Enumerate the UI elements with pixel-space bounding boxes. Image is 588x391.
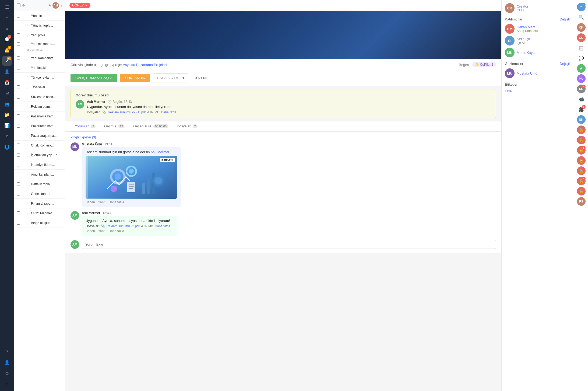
add-icon[interactable]: + <box>2 379 12 389</box>
comment-more-files[interactable]: Daha fazla... <box>155 224 173 228</box>
task-row[interactable]: ⋮⋮ Türkçe reklam... <box>14 73 65 82</box>
task-row[interactable]: ⋮⋮ ikinci kat planı... <box>14 170 65 179</box>
far-right-cg[interactable]: CG <box>576 33 586 43</box>
file-link[interactable]: Reklam sunumu v2 (1).pdf <box>108 110 146 114</box>
task-checkbox[interactable] <box>17 85 20 89</box>
task-row[interactable]: ⋮⋮ Yönetici topla... <box>14 21 65 30</box>
task-checkbox[interactable] <box>17 182 20 186</box>
far-right-video[interactable]: 📹 <box>576 94 586 104</box>
far-right-person3[interactable]: SC 1 <box>576 84 586 94</box>
far-right-lock5[interactable]: 🔒 <box>576 166 586 176</box>
task-row[interactable]: ⋮⋮ Pazarlama kam... <box>14 121 65 131</box>
far-right-lock4[interactable]: 🔒 <box>576 156 586 165</box>
task-row[interactable]: ⋮⋮ Genel kontrol <box>14 189 65 199</box>
drive-icon[interactable]: 📁 <box>2 110 12 120</box>
task-row[interactable]: ⋮⋮ Yeni Kampanya... <box>14 53 65 63</box>
notifications-icon[interactable]: 🔔 3 <box>2 45 12 55</box>
more-button[interactable]: DAHA FAZLA... ▾ <box>153 74 188 82</box>
far-right-person2[interactable]: MÜ <box>576 74 586 83</box>
participants-change-link[interactable]: Değiştir <box>560 18 571 21</box>
edit-button[interactable]: DÜZENLE <box>191 74 213 82</box>
reply-action-2[interactable]: Yanıt <box>98 229 105 233</box>
download-icon[interactable]: ↓ <box>61 4 62 7</box>
settings-icon[interactable]: ⚙ <box>2 368 12 378</box>
task-checkbox[interactable] <box>17 202 20 205</box>
close-task-icon[interactable]: ✕ <box>85 4 88 7</box>
ping-bar[interactable]: Pingleri göster (3) <box>71 135 496 139</box>
reports-icon[interactable]: 📊 <box>2 121 12 130</box>
task-checkbox[interactable] <box>17 24 20 27</box>
task-row[interactable]: ⋮⋮ Yeni proje <box>14 30 65 40</box>
task-row[interactable]: ⋮⋮ Belge oluştur... + <box>14 218 65 228</box>
mail-icon[interactable]: ✉ <box>2 88 12 98</box>
chat-icon[interactable]: 💬 5 <box>2 34 12 44</box>
task-checkbox[interactable] <box>17 163 20 166</box>
task-row[interactable]: ⋮⋮ Yeni mekan bu... tartışmamız... <box>14 40 65 53</box>
crm-icon[interactable]: 👤 <box>2 67 12 76</box>
feed-icon[interactable]: ◈ <box>2 24 12 33</box>
like-action-2[interactable]: Beğen <box>86 229 95 233</box>
copilot-badge[interactable]: ✨ CoPilot 2 <box>472 62 496 67</box>
task-row[interactable]: ⋮⋮ Tavsiyeler <box>14 82 65 92</box>
task-checkbox[interactable] <box>17 33 20 37</box>
task-row[interactable]: ⋮⋮ CRM: Mehmet... <box>14 208 65 218</box>
like-action-1[interactable]: Beğen <box>86 200 95 204</box>
task-checkbox[interactable] <box>17 76 20 79</box>
add-task-icon[interactable]: + <box>60 221 62 225</box>
group-link[interactable]: Asya'da Pazarlama Projeleri <box>123 63 167 67</box>
far-right-search[interactable]: 🔍 <box>576 12 586 22</box>
more-files-link[interactable]: Daha fazla... <box>161 110 179 114</box>
tab-yorumlar[interactable]: Yorumlar 2 <box>71 121 100 131</box>
calendar-icon[interactable]: 📅 <box>2 78 12 87</box>
task-row[interactable]: ⋮⋮ İkramiye ödem... <box>14 160 65 170</box>
far-right-person1[interactable]: CK <box>576 23 586 32</box>
home-icon[interactable]: ⌂ <box>2 13 12 23</box>
task-checkbox[interactable] <box>17 95 20 99</box>
more-action-2[interactable]: Daha fazla <box>109 229 124 233</box>
task-checkbox[interactable] <box>17 14 20 18</box>
far-right-lock1[interactable]: 🔒 <box>576 125 586 135</box>
task-checkbox[interactable] <box>17 192 20 195</box>
start-button[interactable]: ÇALIŞTIRMAYA BAŞLA <box>71 74 117 82</box>
task-checkbox[interactable] <box>17 144 20 147</box>
far-right-chat[interactable]: 💬 <box>576 53 586 63</box>
far-right-form[interactable]: 📋 <box>576 43 586 53</box>
task-checkbox[interactable] <box>17 134 20 137</box>
help-icon[interactable]: ? <box>2 347 12 357</box>
task-row[interactable]: ⋮⋮ Sözleşme hazır... <box>14 92 65 102</box>
globe-icon[interactable]: 🌐 <box>2 142 12 152</box>
tasks-icon[interactable]: ✓ 11 <box>2 56 12 66</box>
task-row[interactable]: ⋮⋮ Pazarlama kam... <box>14 111 65 121</box>
far-right-video2[interactable]: 🎥 1 <box>576 104 586 114</box>
task-checkbox[interactable] <box>17 105 20 108</box>
finish-button[interactable]: SONLANDIR <box>120 74 150 82</box>
user-icon[interactable]: 👤 <box>2 358 12 367</box>
task-checkbox[interactable] <box>17 114 20 118</box>
task-checkbox[interactable] <box>17 211 20 215</box>
task-row[interactable]: ⋮⋮ Haftalık topla... <box>14 179 65 189</box>
participant-hakan-name[interactable]: Hakan Mert <box>517 25 538 29</box>
task-row[interactable]: ⋮⋮ Yönetici <box>14 11 65 21</box>
tab-dosyalar[interactable]: Dosyalar 2 <box>172 121 202 131</box>
creator-name[interactable]: Creator <box>517 4 528 8</box>
comment-file-link[interactable]: Reklam sunumu v2.pdf <box>107 224 140 228</box>
add-tag-link[interactable]: Ekle <box>505 89 512 93</box>
observer-mustafa-name[interactable]: Mustafa Ünlü <box>517 71 537 75</box>
far-right-avatar-1[interactable]: ? 4 <box>576 2 586 12</box>
task-row[interactable]: ⋮⋮ Reklam planı... <box>14 102 65 111</box>
far-right-lock2[interactable]: 🔒 <box>576 135 586 145</box>
task-row[interactable]: ⋮⋮ Pazar araştırma... <box>14 131 65 141</box>
menu-icon[interactable]: ☰ <box>2 2 12 12</box>
task-checkbox[interactable] <box>17 153 20 157</box>
task-row[interactable]: ⋮⋮ Yapılacaklar <box>14 63 65 73</box>
more-action-1[interactable]: Daha fazla <box>109 200 124 204</box>
participant-murat-name[interactable]: Murat Kaya <box>517 51 534 55</box>
reply-action-1[interactable]: Yanıt <box>98 200 105 204</box>
far-right-lock7[interactable]: 🔒 <box>576 186 586 196</box>
task-checkbox[interactable] <box>17 42 20 46</box>
tab-gecen-sure[interactable]: Geçen süre 00:00:00 <box>129 121 172 131</box>
task-checkbox[interactable] <box>17 66 20 69</box>
like-button[interactable]: Beğen <box>459 63 469 67</box>
task-row[interactable]: ⋮⋮ Finansal rapor... <box>14 199 65 208</box>
far-right-ps[interactable]: PS <box>576 197 586 206</box>
